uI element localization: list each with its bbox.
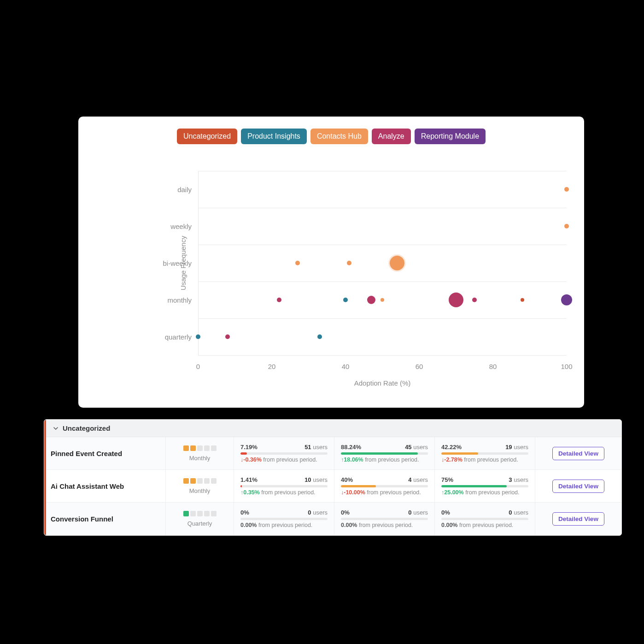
legend-contacts-hub[interactable]: Contacts Hub — [310, 129, 368, 144]
y-axis-line — [198, 171, 199, 355]
data-point[interactable] — [564, 224, 569, 228]
x-tick: 100 — [561, 363, 572, 370]
metric-users: 10 users — [304, 476, 328, 483]
metric-users: 3 users — [509, 476, 528, 483]
metric-cell: 42.22%19 users↓-2.78% from previous peri… — [435, 437, 535, 469]
frequency-label: Monthly — [189, 455, 211, 462]
data-point[interactable] — [561, 294, 572, 305]
chevron-down-icon — [53, 425, 59, 432]
data-point[interactable] — [196, 334, 200, 339]
grid-row — [198, 281, 567, 282]
table-row: Pinned Event CreatedMonthly7.19%51 users… — [44, 437, 621, 470]
legend-uncategorized[interactable]: Uncategorized — [177, 129, 237, 144]
delta-text: 0.00% from previous period. — [441, 522, 528, 528]
data-point[interactable] — [564, 187, 569, 192]
detailed-view-button[interactable]: Detailed View — [552, 480, 604, 493]
x-tick: 20 — [268, 363, 276, 370]
metric-cell: 75%3 users↑25.00% from previous period. — [435, 470, 535, 502]
progress-bar — [240, 485, 328, 487]
metric-pct: 7.19% — [240, 444, 258, 451]
grid-row — [198, 171, 567, 171]
legend-product-insights[interactable]: Product Insights — [241, 129, 307, 144]
progress-bar — [341, 452, 428, 455]
detailed-view-button[interactable]: Detailed View — [552, 512, 604, 526]
metric-cell: 88.24%45 users↑18.06% from previous peri… — [334, 437, 435, 469]
x-tick: 80 — [489, 363, 497, 370]
x-tick: 40 — [342, 363, 350, 370]
frequency-label: Monthly — [189, 487, 211, 494]
table-row: Ai Chat Assistant WebMonthly1.41%10 user… — [44, 470, 621, 503]
grid-row — [198, 355, 567, 356]
freq-block — [183, 511, 189, 516]
y-tick: quarterly — [165, 333, 192, 341]
data-point[interactable] — [295, 261, 300, 265]
y-tick: weekly — [170, 222, 192, 230]
metric-cell: 0%0 users0.00% from previous period. — [234, 503, 334, 535]
delta-text: 0.00% from previous period. — [240, 522, 328, 528]
progress-bar — [240, 452, 328, 455]
data-point[interactable] — [521, 298, 524, 302]
scatter-plot: dailyweeklybi-weeklymonthlyquarterly Ado… — [198, 171, 567, 391]
data-point[interactable] — [225, 334, 230, 339]
metric-pct: 40% — [341, 476, 353, 483]
frequency-blocks — [183, 511, 217, 516]
detail-cell: Detailed View — [535, 470, 621, 502]
frequency-label: Quarterly — [187, 520, 212, 527]
metric-users: 0 users — [308, 509, 328, 516]
section-title: Uncategorized — [63, 424, 110, 432]
chart-card: Uncategorized Product Insights Contacts … — [78, 117, 584, 408]
y-tick: daily — [177, 186, 192, 193]
freq-block — [190, 478, 196, 484]
freq-block — [204, 445, 210, 451]
frequency-cell: Monthly — [166, 437, 234, 469]
data-point[interactable] — [347, 261, 351, 265]
delta-text: ↑18.06% from previous period. — [341, 457, 428, 463]
frequency-cell: Monthly — [166, 470, 234, 502]
data-point[interactable] — [472, 298, 477, 302]
x-axis-label: Adoption Rate (%) — [198, 379, 567, 387]
grid-row — [198, 245, 567, 245]
y-tick: monthly — [167, 296, 192, 304]
progress-bar — [341, 518, 428, 520]
metric-cell: 7.19%51 users↓-0.36% from previous perio… — [234, 437, 334, 469]
table-row: Conversion FunnelQuarterly0%0 users0.00%… — [44, 503, 621, 535]
frequency-blocks — [183, 445, 217, 451]
metric-pct: 1.41% — [240, 476, 258, 483]
metric-users: 51 users — [304, 444, 328, 451]
freq-block — [211, 511, 217, 516]
progress-bar — [441, 518, 528, 520]
data-point[interactable] — [390, 256, 404, 270]
data-point[interactable] — [343, 298, 348, 302]
section-header[interactable]: Uncategorized — [44, 420, 621, 437]
data-point[interactable] — [367, 296, 375, 304]
data-point[interactable] — [381, 298, 384, 302]
plot-inner: dailyweeklybi-weeklymonthlyquarterly — [198, 171, 567, 355]
freq-block — [190, 511, 196, 516]
metric-cell: 40%4 users↓-10.00% from previous period. — [334, 470, 435, 502]
freq-block — [190, 445, 196, 451]
data-point[interactable] — [449, 293, 463, 307]
data-point[interactable] — [277, 298, 281, 302]
progress-bar — [240, 518, 328, 520]
metric-pct: 75% — [441, 476, 453, 483]
frequency-cell: Quarterly — [166, 503, 234, 535]
freq-block — [183, 478, 189, 484]
freq-block — [197, 511, 203, 516]
legend-reporting-module[interactable]: Reporting Module — [415, 129, 486, 144]
data-point[interactable] — [317, 334, 322, 339]
freq-block — [197, 445, 203, 451]
x-tick: 60 — [416, 363, 423, 370]
y-tick: bi-weekly — [163, 259, 192, 267]
grid-row — [198, 318, 567, 319]
feature-name: Conversion Funnel — [44, 503, 166, 535]
feature-name: Ai Chat Assistant Web — [44, 470, 166, 502]
metric-pct: 88.24% — [341, 444, 361, 451]
progress-bar — [441, 485, 528, 487]
metric-users: 45 users — [405, 444, 428, 451]
metric-cell: 0%0 users0.00% from previous period. — [435, 503, 535, 535]
metric-pct: 0% — [341, 509, 350, 516]
x-tick: 0 — [196, 363, 200, 370]
y-axis-label: Usage Frequency — [179, 236, 187, 290]
detailed-view-button[interactable]: Detailed View — [552, 447, 604, 460]
legend-analyze[interactable]: Analyze — [372, 129, 411, 144]
